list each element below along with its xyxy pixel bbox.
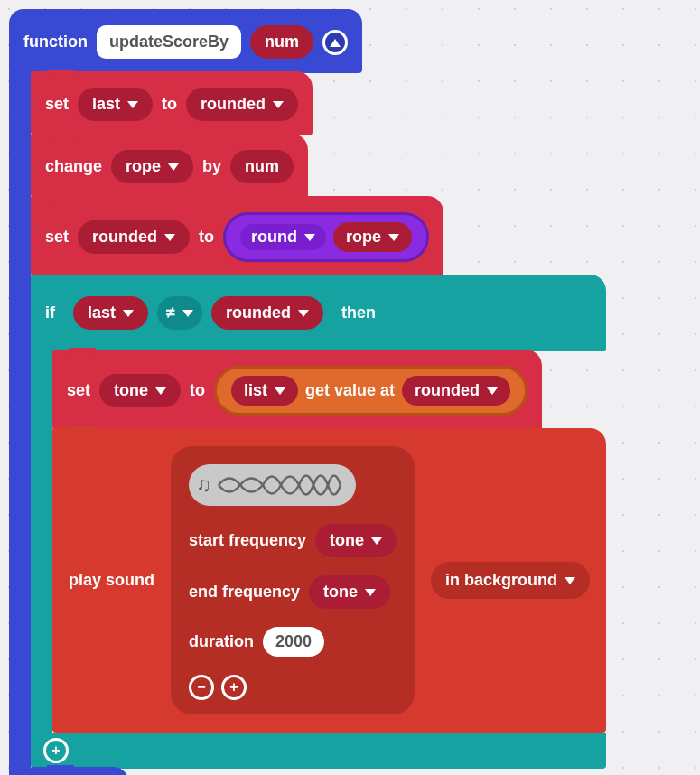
startfreq-label: start frequency	[189, 531, 306, 550]
then-keyword: then	[341, 303, 376, 322]
function-keyword: function	[23, 33, 88, 51]
set-tone-block[interactable]: set tone to list get value at rounded	[52, 350, 542, 430]
var-rope-dropdown[interactable]: rope	[111, 150, 193, 183]
round-arg-rope[interactable]: rope	[333, 222, 412, 252]
getvalue-label: get value at	[305, 381, 395, 400]
set-rounded-block[interactable]: set rounded to round rope	[31, 196, 443, 276]
to-keyword: to	[190, 381, 205, 400]
plus-icon[interactable]: +	[221, 675, 247, 700]
waveform-preview[interactable]: ♫	[189, 464, 356, 506]
to-keyword: to	[162, 95, 177, 114]
set-keyword: set	[45, 95, 69, 114]
sound-config-panel: ♫ start frequency tone	[171, 446, 415, 714]
function-name-input[interactable]: updateScoreBy	[97, 25, 241, 59]
duration-label: duration	[189, 632, 254, 651]
add-branch-icon[interactable]: +	[43, 738, 69, 763]
var-rounded-dropdown[interactable]: rounded	[78, 220, 190, 254]
index-rounded-dropdown[interactable]: rounded	[402, 376, 510, 406]
by-keyword: by	[202, 157, 221, 176]
change-keyword: change	[45, 157, 102, 176]
duration-input[interactable]: 2000	[263, 627, 324, 657]
endfreq-label: end frequency	[189, 583, 300, 602]
if-keyword: if	[45, 303, 55, 322]
if-block[interactable]: if last ≠ rounded then	[31, 275, 606, 769]
startfreq-tone-dropdown[interactable]: tone	[315, 524, 397, 557]
change-rope-block[interactable]: change rope by num	[31, 134, 308, 198]
call-draw-block[interactable]: call draw	[31, 767, 129, 775]
set-last-block[interactable]: set last to rounded	[31, 71, 313, 135]
playback-mode-dropdown[interactable]: in background	[431, 562, 590, 599]
var-last-dropdown[interactable]: last	[78, 88, 153, 121]
minus-icon[interactable]: −	[189, 675, 214, 700]
to-keyword: to	[199, 228, 214, 247]
param-num[interactable]: num	[250, 25, 313, 59]
round-op[interactable]: round rope	[223, 212, 429, 262]
endfreq-tone-dropdown[interactable]: tone	[309, 575, 390, 609]
var-tone-dropdown[interactable]: tone	[99, 374, 181, 407]
music-note-icon: ♫	[196, 473, 211, 497]
set-keyword: set	[45, 228, 69, 247]
list-dropdown[interactable]: list	[231, 376, 298, 406]
comparison-hex[interactable]: last ≠ rounded	[70, 291, 327, 335]
sine-wave-icon	[217, 470, 343, 500]
playsound-label: play sound	[69, 571, 154, 590]
val-rounded-dropdown[interactable]: rounded	[186, 88, 298, 121]
val-num[interactable]: num	[230, 150, 294, 183]
cmp-right[interactable]: rounded	[211, 296, 323, 330]
collapse-icon[interactable]	[322, 30, 348, 55]
cmp-left[interactable]: last	[73, 296, 148, 330]
function-hat[interactable]: function updateScoreBy num	[9, 9, 362, 73]
play-sound-block[interactable]: play sound ♫ start frequency	[52, 428, 606, 733]
round-dropdown[interactable]: round	[240, 224, 326, 250]
list-getvalue-reporter[interactable]: list get value at rounded	[214, 366, 527, 416]
cmp-op-dropdown[interactable]: ≠	[157, 296, 202, 330]
set-keyword: set	[67, 381, 90, 400]
